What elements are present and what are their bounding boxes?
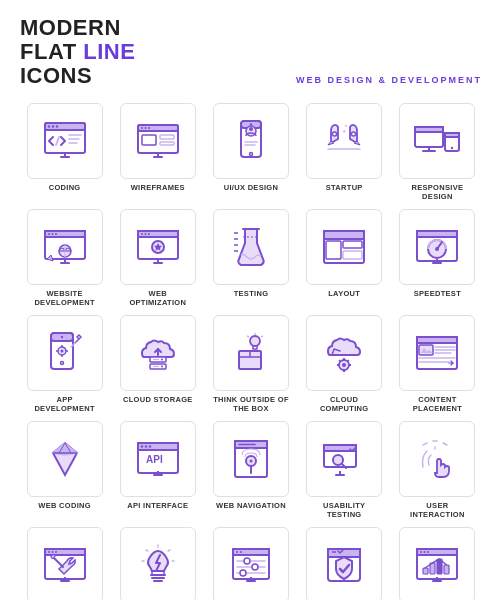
- svg-text:★: ★: [342, 128, 347, 134]
- icon-box-web-opt: [120, 209, 196, 285]
- svg-rect-1: [45, 123, 85, 130]
- icon-box-smart-solution: [120, 527, 196, 600]
- icon-box-content-placement: [399, 315, 475, 391]
- svg-point-137: [249, 459, 252, 462]
- svg-point-28: [249, 152, 252, 155]
- svg-line-166: [146, 550, 148, 551]
- header: MODERN FLAT LINE ICONS WEB DESIGN & DEVE…: [20, 16, 482, 89]
- icon-box-uiux: [213, 103, 289, 179]
- svg-line-110: [339, 360, 341, 362]
- icon-item-web-coding: WEB CODING: [20, 421, 109, 519]
- icon-label-app-dev: APP DEVELOPMENT: [27, 395, 103, 413]
- svg-rect-67: [326, 241, 341, 259]
- svg-point-105: [342, 363, 346, 367]
- icons-grid: CODING WIREFRAMES: [20, 103, 482, 600]
- svg-point-2: [47, 125, 49, 127]
- svg-line-155: [53, 557, 63, 567]
- svg-point-154: [55, 551, 57, 553]
- svg-text:★: ★: [344, 123, 348, 128]
- icon-label-user-interaction: USER INTERACTION: [399, 501, 475, 519]
- icon-item-user-interaction: USER INTERACTION: [393, 421, 482, 519]
- icon-item-cloud-storage: CLOUD STORAGE: [113, 315, 202, 413]
- icon-box-web-coding: [27, 421, 103, 497]
- icon-box-think-outside: [213, 315, 289, 391]
- svg-point-127: [141, 445, 143, 447]
- svg-rect-170: [233, 549, 269, 555]
- svg-point-89: [161, 358, 163, 360]
- icon-item-speedtest: SPEEDTEST: [393, 209, 482, 307]
- icon-box-cloud-computing: [306, 315, 382, 391]
- icon-item-responsive: RESPONSIVE DESIGN: [393, 103, 482, 201]
- icon-box-app-dev: [27, 315, 103, 391]
- svg-line-149: [443, 443, 447, 445]
- svg-line-165: [168, 550, 170, 551]
- svg-point-43: [48, 233, 50, 235]
- svg-point-14: [144, 127, 146, 129]
- icon-label-coding: CODING: [49, 183, 81, 192]
- svg-point-90: [161, 365, 163, 367]
- svg-point-188: [427, 551, 429, 553]
- svg-rect-16: [142, 135, 156, 145]
- icon-item-cloud-computing: CLOUD COMPUTING: [300, 315, 389, 413]
- icon-box-admin-control: [213, 527, 289, 600]
- icon-box-web-nav: [213, 421, 289, 497]
- icon-item-coding: CODING: [20, 103, 109, 201]
- icon-label-web-coding: WEB CODING: [38, 501, 91, 510]
- icon-label-website-dev: WEBSITE DEVELOPMENT: [27, 289, 103, 307]
- svg-point-82: [60, 349, 63, 352]
- svg-line-147: [423, 443, 427, 445]
- svg-line-103: [247, 336, 249, 337]
- svg-point-152: [48, 551, 50, 553]
- icon-item-uiux: UI/UX DESIGN: [206, 103, 295, 201]
- svg-rect-182: [328, 549, 360, 557]
- icon-box-usability: [306, 421, 382, 497]
- svg-point-153: [51, 551, 53, 553]
- icon-item-startup: ★ ★ STARTUP: [300, 103, 389, 201]
- svg-rect-189: [423, 568, 428, 574]
- svg-rect-66: [324, 231, 364, 239]
- svg-point-30: [352, 132, 356, 136]
- svg-rect-113: [417, 337, 457, 343]
- icon-label-content-placement: CONTENT PLACEMENT: [399, 395, 475, 413]
- svg-point-74: [435, 247, 439, 251]
- svg-point-45: [55, 233, 57, 235]
- svg-point-15: [148, 127, 150, 129]
- svg-line-111: [348, 360, 350, 362]
- icon-box-layout: [306, 209, 382, 285]
- icon-item-app-dev: APP DEVELOPMENT: [20, 315, 109, 413]
- svg-point-186: [420, 551, 422, 553]
- svg-point-128: [145, 445, 147, 447]
- svg-rect-35: [415, 127, 443, 132]
- svg-rect-192: [444, 565, 449, 574]
- icon-item-admin-control: ADMIN CONTROL PANEL: [206, 527, 295, 600]
- icon-label-wireframes: WIREFRAMES: [131, 183, 185, 192]
- icon-label-speedtest: SPEEDTEST: [414, 289, 461, 298]
- icon-box-user-interaction: [399, 421, 475, 497]
- svg-rect-17: [160, 135, 174, 139]
- svg-rect-114: [419, 345, 433, 355]
- svg-rect-18: [160, 142, 174, 145]
- icon-label-web-opt: WEB OPTIMIZATION: [120, 289, 196, 307]
- icon-label-api: API INTERFACE: [127, 501, 188, 510]
- svg-point-29: [333, 132, 337, 136]
- svg-rect-69: [343, 251, 362, 259]
- icon-item-website-dev: WEBSITE DEVELOPMENT: [20, 209, 109, 307]
- svg-point-187: [424, 551, 426, 553]
- icon-item-usability: USABILITY TESTING: [300, 421, 389, 519]
- icon-label-responsive: RESPONSIVE DESIGN: [399, 183, 475, 201]
- svg-rect-39: [445, 133, 459, 137]
- svg-text:API: API: [146, 454, 163, 465]
- page: MODERN FLAT LINE ICONS WEB DESIGN & DEVE…: [0, 0, 502, 600]
- icon-label-startup: STARTUP: [326, 183, 363, 192]
- icon-box-testing: [213, 209, 289, 285]
- svg-rect-71: [417, 231, 457, 237]
- icon-label-web-nav: WEB NAVIGATION: [216, 501, 286, 510]
- icon-item-layout: LAYOUT: [300, 209, 389, 307]
- svg-rect-151: [45, 549, 85, 555]
- icon-box-api: API: [120, 421, 196, 497]
- icon-item-web-opt: WEB OPTIMIZATION: [113, 209, 202, 307]
- icon-label-uiux: UI/UX DESIGN: [224, 183, 278, 192]
- svg-rect-52: [138, 231, 178, 237]
- icon-item-web-analysis: WEB ANALYSIS: [393, 527, 482, 600]
- icon-box-secure-login: [306, 527, 382, 600]
